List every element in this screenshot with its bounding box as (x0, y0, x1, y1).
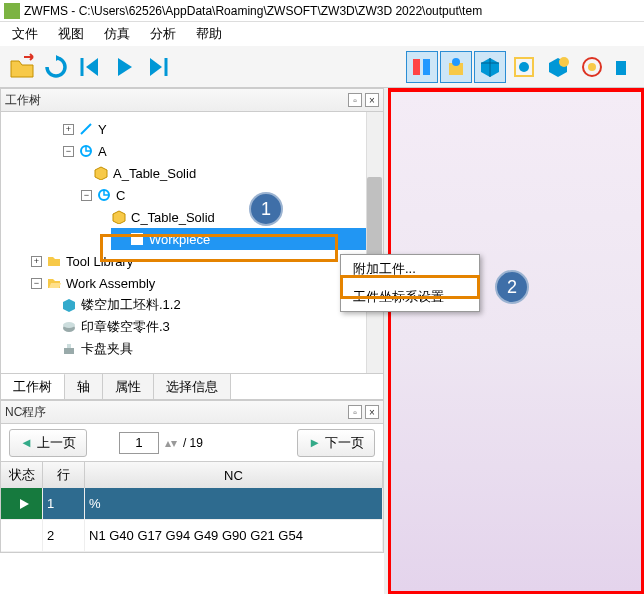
axis-icon (96, 187, 112, 203)
play-indicator (1, 488, 43, 520)
play-button[interactable] (108, 51, 140, 83)
collapse-icon[interactable]: − (31, 278, 42, 289)
folder-open-icon (46, 275, 62, 291)
nc-table-header: 状态 行 NC (1, 462, 383, 488)
menu-simulate[interactable]: 仿真 (98, 23, 136, 45)
nc-pagination: ◄上一页 ▴▾ / 19 ►下一页 (0, 424, 384, 462)
tree-node-c[interactable]: C (116, 188, 125, 203)
svg-rect-16 (64, 348, 74, 354)
col-nc[interactable]: NC (85, 462, 383, 488)
cube-icon (111, 209, 127, 225)
open-button[interactable] (6, 51, 38, 83)
tree-close-button[interactable]: × (365, 93, 379, 107)
tree-node-item1[interactable]: 镂空加工坯料.1.2 (81, 296, 181, 314)
svg-point-15 (63, 322, 75, 328)
svg-rect-12 (131, 236, 143, 245)
next-page-button[interactable]: ►下一页 (297, 429, 375, 457)
tool5-button[interactable] (542, 51, 574, 83)
nc-code: N1 G40 G17 G94 G49 G90 G21 G54 (85, 520, 383, 552)
tool2-button[interactable] (440, 51, 472, 83)
refresh-button[interactable] (40, 51, 72, 83)
prev-page-button[interactable]: ◄上一页 (9, 429, 87, 457)
nc-line-number: 1 (43, 488, 85, 520)
workpiece-icon (129, 231, 145, 247)
svg-point-6 (559, 57, 569, 67)
svg-point-3 (452, 58, 460, 66)
tree-node-item3[interactable]: 卡盘夹具 (81, 340, 133, 358)
svg-rect-13 (131, 233, 143, 236)
nc-line-number: 2 (43, 520, 85, 552)
nc-close-button[interactable]: × (365, 405, 379, 419)
tree-panel-title: 工作树 (5, 92, 41, 109)
tree-node-work-assembly[interactable]: Work Assembly (66, 276, 155, 291)
tree-float-button[interactable]: ▫ (348, 93, 362, 107)
tree-node-y[interactable]: Y (98, 122, 107, 137)
arrow-right-icon: ► (308, 435, 321, 450)
part-icon (61, 297, 77, 313)
tree-node-tool-library[interactable]: Tool Library (66, 254, 133, 269)
menu-analyze[interactable]: 分析 (144, 23, 182, 45)
tool7-button[interactable] (610, 51, 642, 83)
window-title: ZWFMS - C:\Users\62526\AppData\Roaming\Z… (24, 4, 482, 18)
menu-help[interactable]: 帮助 (190, 23, 228, 45)
tab-selection-info[interactable]: 选择信息 (154, 374, 231, 399)
col-line[interactable]: 行 (43, 462, 85, 488)
context-menu: 附加工件... 工件坐标系设置 (340, 254, 480, 312)
tree-panel-header: 工作树 ▫ × (0, 88, 384, 112)
ctx-wcs-settings[interactable]: 工件坐标系设置 (341, 283, 479, 311)
tree-node-c-solid[interactable]: C_Table_Solid (131, 210, 215, 225)
page-total: / 19 (183, 436, 203, 450)
nc-float-button[interactable]: ▫ (348, 405, 362, 419)
svg-point-5 (519, 62, 529, 72)
tab-work-tree[interactable]: 工作树 (1, 373, 65, 399)
nc-panel-title: NC程序 (5, 404, 46, 421)
ctx-attach-workpiece[interactable]: 附加工件... (341, 255, 479, 283)
tab-axis[interactable]: 轴 (65, 374, 103, 399)
nc-table: 状态 行 NC 1 % 2 N1 G40 G17 G94 G49 G90 G21… (0, 462, 384, 553)
tree-node-workpiece[interactable]: Workpiece (149, 232, 210, 247)
tool3-button[interactable] (474, 51, 506, 83)
page-input[interactable] (119, 432, 159, 454)
tool1-button[interactable] (406, 51, 438, 83)
col-status[interactable]: 状态 (1, 462, 43, 488)
nc-code: % (85, 488, 383, 520)
expand-icon[interactable]: + (31, 256, 42, 267)
collapse-icon[interactable]: − (81, 190, 92, 201)
skip-forward-button[interactable] (142, 51, 174, 83)
cube-icon (93, 165, 109, 181)
svg-rect-17 (67, 344, 71, 348)
menu-view[interactable]: 视图 (52, 23, 90, 45)
tree-view[interactable]: +Y −A A_Table_Solid −C C_Table_Solid Wor… (0, 112, 384, 374)
axis-icon (78, 121, 94, 137)
tree-scrollbar[interactable] (366, 112, 383, 373)
menu-file[interactable]: 文件 (6, 23, 44, 45)
tool4-button[interactable] (508, 51, 540, 83)
svg-point-8 (588, 63, 596, 71)
nc-row[interactable]: 2 N1 G40 G17 G94 G49 G90 G21 G54 (1, 520, 383, 552)
tree-node-a-solid[interactable]: A_Table_Solid (113, 166, 196, 181)
tool6-button[interactable] (576, 51, 608, 83)
tree-node-a[interactable]: A (98, 144, 107, 159)
skip-back-button[interactable] (74, 51, 106, 83)
axis-icon (78, 143, 94, 159)
3d-viewport[interactable] (388, 88, 644, 594)
expand-icon[interactable]: + (63, 124, 74, 135)
collapse-icon[interactable]: − (63, 146, 74, 157)
arrow-left-icon: ◄ (20, 435, 33, 450)
tree-node-item2[interactable]: 印章镂空零件.3 (81, 318, 170, 336)
nc-row[interactable]: 1 % (1, 488, 383, 520)
view-toolbar (406, 46, 644, 88)
part-icon (61, 319, 77, 335)
svg-rect-1 (423, 59, 430, 75)
app-icon (4, 3, 20, 19)
tab-properties[interactable]: 属性 (103, 374, 154, 399)
menu-bar: 文件 视图 仿真 分析 帮助 (0, 22, 644, 46)
nc-panel-header: NC程序 ▫ × (0, 400, 384, 424)
workspace: 工作树 ▫ × +Y −A A_Table_Solid −C C_Table_S… (0, 88, 644, 594)
callout-1: 1 (249, 192, 283, 226)
part-icon (61, 341, 77, 357)
callout-2: 2 (495, 270, 529, 304)
viewport-panel (388, 88, 644, 594)
tree-tabs: 工作树 轴 属性 选择信息 (0, 374, 384, 400)
left-panel: 工作树 ▫ × +Y −A A_Table_Solid −C C_Table_S… (0, 88, 388, 594)
